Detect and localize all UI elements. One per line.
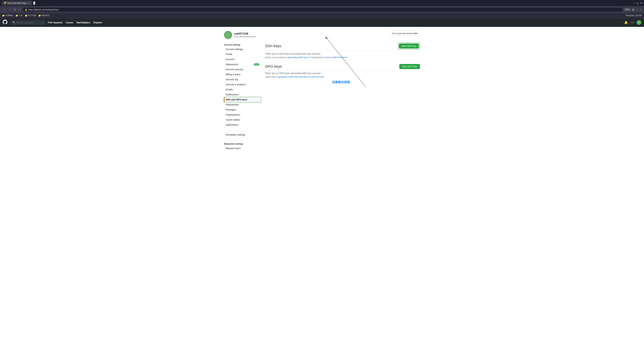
sidebar-item-ssh-gpg-keys[interactable]: SSH and GPG keys bbox=[224, 97, 261, 102]
sidebar-item-emails[interactable]: Emails bbox=[224, 87, 261, 92]
sidebar-item-organizations[interactable]: Organizations bbox=[224, 112, 261, 117]
explore-link[interactable]: Explore bbox=[94, 21, 102, 24]
bookmark-xuexishuqian[interactable]: 📁 学习书签 bbox=[25, 14, 36, 17]
packages-link[interactable]: Packages bbox=[224, 107, 261, 112]
more-tools-icon[interactable]: ⋯ bbox=[636, 8, 638, 11]
new-badge: New bbox=[254, 63, 259, 66]
user-avatar-large bbox=[224, 31, 232, 39]
bookmark-label: 工作 bbox=[19, 14, 23, 17]
new-gpg-key-button[interactable]: New GPG key bbox=[399, 64, 420, 69]
browser-toolbar: ← → ↻ ⌂ 🔒 https://github.com/settings/ke… bbox=[0, 6, 644, 13]
browser-titlebar: 🔑 SSH and GPG keys ✕ + ─ ◻ ✕ bbox=[0, 0, 644, 6]
ssh-keys-header: SSH keys New SSH key bbox=[265, 43, 420, 51]
sidebar-item-saved-replies[interactable]: Saved replies bbox=[224, 117, 261, 122]
notifications-link[interactable]: Notifications bbox=[224, 92, 261, 97]
sidebar-item-security-log[interactable]: Security log bbox=[224, 77, 261, 82]
saved-replies-link[interactable]: Saved replies bbox=[224, 117, 261, 122]
close-button[interactable]: ✕ bbox=[640, 2, 642, 5]
developer-settings-link[interactable]: Developer settings bbox=[226, 133, 245, 136]
bookmarks-bar: 📁 常用网址 📁 工作 📁 学习书签 📁 我的笔记 移动设备上的书签 bbox=[0, 13, 644, 18]
user-profile-header: ywb971108 Your personal account bbox=[224, 31, 261, 39]
bookmark-wodesbiji[interactable]: 📁 我的笔记 bbox=[38, 14, 50, 17]
create-menu-button[interactable]: + ▼ bbox=[630, 21, 634, 24]
user-avatar[interactable]: Y bbox=[636, 20, 641, 25]
github-logo[interactable] bbox=[3, 20, 8, 26]
back-button[interactable]: ← bbox=[2, 8, 7, 12]
notifications-icon[interactable]: 🔔 bbox=[624, 21, 628, 24]
account-settings-link[interactable]: Account settings bbox=[224, 47, 261, 52]
tab-close-button[interactable]: ✕ bbox=[28, 2, 30, 4]
repositories-link[interactable]: Repositories bbox=[224, 102, 261, 107]
blocked-users-link[interactable]: Blocked users bbox=[224, 146, 261, 151]
billing-link[interactable]: Billing & plans bbox=[224, 72, 261, 77]
marketplace-link[interactable]: Marketplace bbox=[77, 21, 90, 24]
avatar-image bbox=[225, 32, 232, 38]
sidebar-item-packages[interactable]: Packages bbox=[224, 107, 261, 112]
toolbar-actions: 80% ⊞ ⋯ ☆ bbox=[624, 8, 642, 11]
organizations-link[interactable]: Organizations bbox=[224, 112, 261, 117]
account-link[interactable]: Account bbox=[224, 57, 261, 62]
sidebar-item-profile[interactable]: Profile bbox=[224, 52, 261, 57]
browser-tab[interactable]: 🔑 SSH and GPG keys ✕ bbox=[2, 1, 32, 5]
sidebar-divider-2 bbox=[224, 139, 261, 139]
gpg-help-text: Learn how to generate a GPG key and add … bbox=[265, 76, 420, 78]
mobile-bookmarks: 移动设备上的书签 bbox=[626, 14, 642, 17]
ssh-gpg-keys-link[interactable]: SSH and GPG keys bbox=[224, 97, 261, 102]
common-ssh-problems-link[interactable]: common SSH Problems bbox=[324, 56, 347, 59]
nav-buttons: ← → ↻ ⌂ bbox=[2, 8, 21, 12]
sidebar-item-account[interactable]: Account bbox=[224, 57, 261, 62]
sidebar-item-applications[interactable]: Applications bbox=[224, 122, 261, 127]
issues-link[interactable]: Issues bbox=[66, 21, 73, 24]
security-analysis-link[interactable]: Security & analysis bbox=[224, 82, 261, 87]
profile-link[interactable]: Profile bbox=[224, 52, 261, 57]
personal-profile-button[interactable]: Go to your personal profile bbox=[390, 31, 420, 36]
appearance-link[interactable]: Appearance New bbox=[224, 62, 261, 67]
applications-link[interactable]: Applications bbox=[224, 122, 261, 127]
github-header: 🔍 / Pull requests Issues Marketplace Exp… bbox=[0, 18, 644, 27]
reload-button[interactable]: ↻ bbox=[13, 8, 17, 12]
sidebar-item-security-analysis[interactable]: Security & analysis bbox=[224, 82, 261, 87]
header-nav: Pull requests Issues Marketplace Explore bbox=[48, 21, 102, 24]
sidebar-item-repositories[interactable]: Repositories bbox=[224, 102, 261, 107]
forward-button[interactable]: → bbox=[8, 8, 12, 12]
new-ssh-key-button[interactable]: New SSH key bbox=[399, 44, 419, 49]
security-icon: 🔒 bbox=[25, 9, 27, 11]
sidebar-item-account-security[interactable]: Account security bbox=[224, 67, 261, 72]
sidebar-developer-settings[interactable]: Developer settings bbox=[224, 132, 261, 137]
new-tab-button[interactable]: + bbox=[33, 2, 35, 5]
restore-button[interactable]: ◻ bbox=[636, 2, 639, 5]
security-log-link[interactable]: Security log bbox=[224, 77, 261, 82]
tab-favicon: 🔑 bbox=[4, 2, 6, 4]
sidebar-item-blocked-users[interactable]: Blocked users bbox=[224, 146, 261, 151]
bookmark-changpinwangzhi[interactable]: 📁 常用网址 bbox=[2, 14, 14, 17]
account-security-link[interactable]: Account security bbox=[224, 67, 261, 72]
search-input[interactable] bbox=[16, 21, 40, 24]
header-search[interactable]: 🔍 / bbox=[11, 20, 45, 25]
user-info: ywb971108 Your personal account bbox=[234, 32, 256, 38]
sidebar-item-appearance[interactable]: Appearance New bbox=[224, 62, 261, 67]
emails-link[interactable]: Emails bbox=[224, 87, 261, 92]
minimize-button[interactable]: ─ bbox=[634, 2, 635, 5]
address-bar[interactable]: 🔒 https://github.com/settings/keys bbox=[23, 8, 623, 12]
settings-main: Go to your personal profile SSH keys New… bbox=[265, 31, 420, 153]
generating-ssh-keys-link[interactable]: generating SSH keys bbox=[288, 56, 308, 59]
extensions-icon[interactable]: ⊞ bbox=[632, 8, 634, 11]
folder-icon: 📁 bbox=[38, 14, 41, 17]
bookmark-gongzuo[interactable]: 📁 工作 bbox=[16, 14, 23, 17]
bookmark-icon[interactable]: ☆ bbox=[640, 8, 642, 11]
gpg-keys-section: GPG keys New GPG key There are no GPG ke… bbox=[265, 64, 420, 78]
sidebar-item-account-settings[interactable]: Account settings bbox=[224, 47, 261, 52]
sidebar-divider bbox=[224, 130, 261, 130]
settings-sidebar: ywb971108 Your personal account Account … bbox=[224, 31, 261, 153]
generate-gpg-key-link[interactable]: generate a GPG key and add it to your ac… bbox=[278, 76, 324, 78]
ssh-keys-section: SSH keys New SSH key There are no SSH ke… bbox=[265, 43, 420, 59]
sidebar-section-account-settings: Account settings bbox=[224, 42, 261, 47]
home-button[interactable]: ⌂ bbox=[18, 8, 21, 12]
window-controls: ─ ◻ ✕ bbox=[634, 2, 642, 5]
pull-requests-link[interactable]: Pull requests bbox=[48, 21, 62, 24]
search-shortcut: / bbox=[41, 21, 43, 24]
gpg-keys-title: GPG keys bbox=[265, 64, 282, 69]
sidebar-item-notifications[interactable]: Notifications bbox=[224, 92, 261, 97]
gpg-keys-header: GPG keys New GPG key bbox=[265, 64, 420, 71]
sidebar-item-billing[interactable]: Billing & plans bbox=[224, 72, 261, 77]
